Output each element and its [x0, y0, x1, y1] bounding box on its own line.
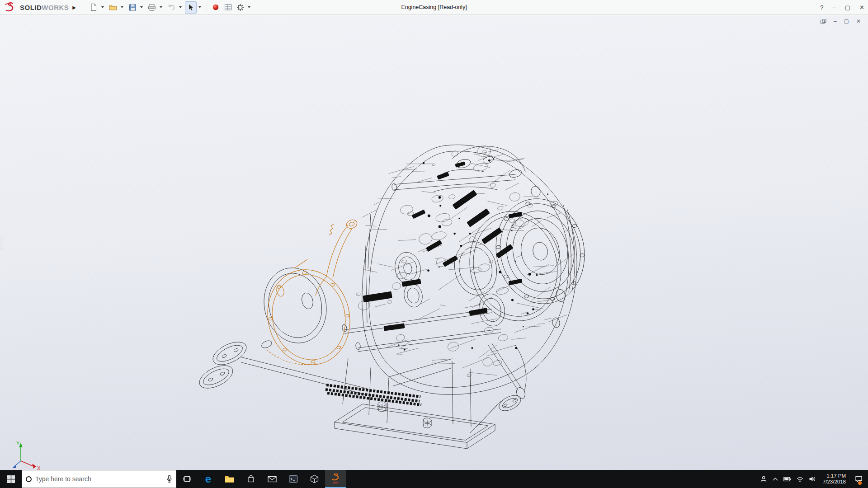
caret-down-icon	[121, 6, 123, 8]
system-tray: 1:17 PM 7/23/2018	[760, 470, 868, 488]
save-caret[interactable]	[139, 1, 144, 14]
solidworks-swoosh-icon	[331, 474, 341, 481]
new-document-caret[interactable]	[100, 1, 105, 14]
gear-icon	[236, 4, 244, 11]
battery-icon	[783, 477, 791, 482]
tray-network-button[interactable]	[796, 476, 804, 482]
select-arrow-icon	[188, 4, 194, 11]
axis-y-label: Y	[16, 441, 20, 446]
save-icon	[129, 4, 137, 11]
wifi-icon	[796, 476, 804, 482]
solidworks-brand: SOLIDWORKS	[0, 2, 69, 12]
taskbar-app-terminal[interactable]	[283, 470, 304, 488]
tray-overflow-button[interactable]	[772, 477, 778, 481]
settings-caret[interactable]	[246, 1, 251, 14]
caret-down-icon	[248, 6, 250, 8]
taskbar: e	[0, 470, 868, 488]
print-button[interactable]	[146, 1, 158, 14]
print-caret[interactable]	[158, 1, 163, 14]
clock-date: 7/23/2018	[823, 479, 846, 485]
engine-casing-wireframe-model[interactable]	[199, 133, 588, 467]
maximize-button[interactable]: ▢	[845, 4, 850, 11]
titlebar: SOLIDWORKS ▶	[0, 0, 868, 15]
tray-people-button[interactable]	[760, 475, 767, 483]
axis-x-label: X	[37, 465, 41, 470]
people-icon	[760, 475, 767, 483]
terminal-icon	[289, 475, 298, 483]
drawing-options-button[interactable]	[222, 1, 234, 14]
taskbar-app-edge[interactable]: e	[198, 470, 219, 488]
document-window-controls: – ▢ ✕	[821, 18, 861, 24]
solidworks-app-icon: 2017	[330, 473, 342, 484]
feature-panel-splitter[interactable]	[0, 238, 3, 249]
save-button[interactable]	[127, 1, 138, 14]
caret-down-icon	[198, 6, 201, 8]
sheet-table-icon	[224, 4, 232, 11]
graphics-viewport[interactable]: – ▢ ✕ Y X *Dimetric	[0, 15, 868, 470]
start-button[interactable]	[0, 470, 22, 488]
window-controls: ? – ▢ ✕	[820, 0, 864, 15]
taskbar-app-mail[interactable]	[261, 470, 283, 488]
caret-down-icon	[101, 6, 104, 8]
chevron-up-icon	[772, 477, 778, 481]
taskbar-app-store[interactable]	[240, 470, 261, 488]
notification-badge	[858, 481, 862, 485]
brand-works: WORKS	[42, 4, 69, 11]
taskbar-app-solidworks[interactable]: 2017	[325, 470, 346, 488]
settings-button[interactable]	[234, 1, 246, 14]
doc-restore-button[interactable]: ▢	[844, 18, 849, 24]
doc-minimize-button[interactable]: –	[834, 18, 837, 24]
close-button[interactable]: ✕	[859, 4, 864, 11]
doc-split-icon[interactable]	[821, 19, 826, 24]
new-document-icon	[90, 3, 97, 11]
cortana-icon	[26, 476, 32, 482]
print-icon	[148, 4, 156, 11]
toolbar-separator	[207, 3, 207, 12]
taskbar-app-3d-viewer[interactable]	[304, 470, 325, 488]
taskbar-clock[interactable]: 1:17 PM 7/23/2018	[823, 473, 846, 485]
volume-icon	[809, 476, 816, 482]
taskbar-app-file-explorer[interactable]	[219, 470, 240, 488]
clock-time: 1:17 PM	[823, 473, 846, 479]
doc-close-button[interactable]: ✕	[856, 18, 861, 24]
tray-battery-button[interactable]	[783, 477, 791, 482]
action-center-button[interactable]	[853, 470, 864, 488]
open-folder-icon	[109, 4, 117, 11]
minimize-button[interactable]: –	[833, 4, 836, 11]
open-button[interactable]	[107, 1, 119, 14]
cube-3d-icon	[310, 474, 319, 483]
task-view-button[interactable]	[176, 470, 198, 488]
microphone-icon[interactable]	[166, 475, 172, 483]
new-document-button[interactable]	[88, 1, 99, 14]
mail-icon	[268, 476, 277, 483]
undo-button[interactable]	[165, 1, 177, 14]
orientation-triad: Y X	[7, 439, 45, 470]
open-caret[interactable]	[119, 1, 124, 14]
store-icon	[247, 475, 255, 483]
document-title: EngineCasing [Read-only]	[401, 4, 467, 10]
menu-expand-button[interactable]: ▶	[72, 5, 76, 10]
main-toolbar	[88, 1, 253, 14]
select-tool-caret[interactable]	[197, 1, 202, 14]
solidworks-version-label: 2017	[333, 481, 339, 484]
brand-text: SOLIDWORKS	[20, 4, 69, 11]
edge-icon: e	[205, 474, 211, 484]
help-button[interactable]: ?	[820, 4, 823, 11]
windows-logo-icon	[7, 475, 15, 483]
taskbar-search[interactable]	[22, 470, 176, 488]
tray-volume-button[interactable]	[809, 476, 816, 482]
caret-down-icon	[179, 6, 182, 8]
undo-icon	[167, 4, 175, 11]
brand-solid: SOLID	[20, 4, 42, 11]
appearance-sphere-icon	[212, 4, 219, 11]
undo-caret[interactable]	[178, 1, 183, 14]
search-input[interactable]	[35, 475, 163, 483]
solidworks-logo-icon	[5, 2, 18, 12]
appearance-button[interactable]	[210, 1, 222, 14]
file-explorer-icon	[225, 475, 235, 483]
caret-down-icon	[160, 6, 162, 8]
caret-down-icon	[140, 6, 143, 8]
select-tool-button[interactable]	[185, 1, 197, 14]
task-view-icon	[183, 475, 191, 483]
screen: SOLIDWORKS ▶	[0, 0, 868, 488]
